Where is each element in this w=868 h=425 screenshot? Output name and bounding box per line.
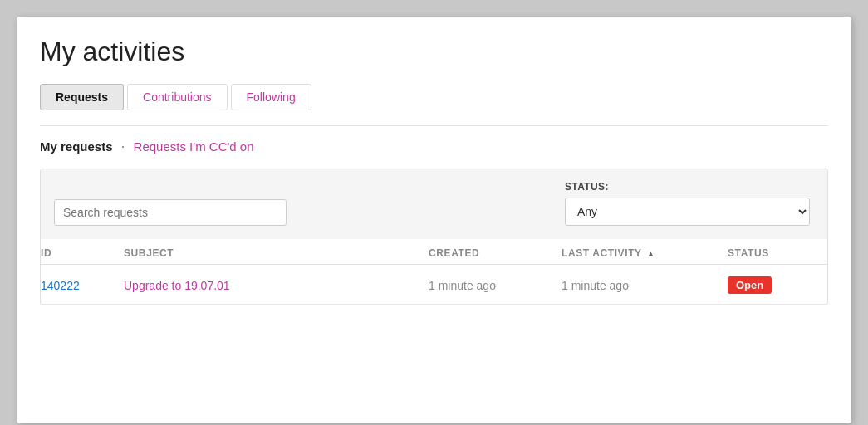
cell-created: 1 minute ago xyxy=(429,279,562,292)
status-badge: Open xyxy=(728,276,772,294)
col-header-created: CREATED xyxy=(429,247,562,259)
cell-last-activity: 1 minute ago xyxy=(562,279,728,292)
status-select[interactable]: Any Open Closed Pending xyxy=(565,198,810,226)
sort-arrow-icon: ▲ xyxy=(646,249,655,258)
sub-nav-ccd-link[interactable]: Requests I'm CC'd on xyxy=(134,139,254,154)
page-title: My activities xyxy=(40,37,828,67)
tab-bar: Requests Contributions Following xyxy=(40,84,828,110)
divider xyxy=(40,125,828,126)
tab-contributions[interactable]: Contributions xyxy=(127,84,228,110)
cell-status: Open xyxy=(728,276,827,294)
filter-container: STATUS: Any Open Closed Pending ID SUBJE… xyxy=(40,169,828,305)
filter-bar: STATUS: Any Open Closed Pending xyxy=(41,169,827,239)
sub-nav-my-requests: My requests xyxy=(40,139,113,154)
col-header-status: STATUS xyxy=(728,247,827,259)
tab-following[interactable]: Following xyxy=(231,84,311,110)
cell-subject[interactable]: Upgrade to 19.07.01 xyxy=(124,279,429,292)
sub-nav: My requests · Requests I'm CC'd on xyxy=(40,138,828,155)
sub-nav-dot: · xyxy=(121,138,125,155)
col-header-id: ID xyxy=(41,247,124,259)
tab-requests[interactable]: Requests xyxy=(40,84,124,110)
table-header: ID SUBJECT CREATED LAST ACTIVITY ▲ STATU… xyxy=(41,239,827,265)
status-label: STATUS: xyxy=(565,181,609,193)
col-header-subject: SUBJECT xyxy=(124,247,429,259)
cell-id[interactable]: 140222 xyxy=(41,279,124,292)
table-row: 140222 Upgrade to 19.07.01 1 minute ago … xyxy=(41,265,827,305)
search-input[interactable] xyxy=(54,199,287,226)
filter-left xyxy=(54,199,565,226)
col-header-last-activity[interactable]: LAST ACTIVITY ▲ xyxy=(562,247,728,259)
filter-right: STATUS: Any Open Closed Pending xyxy=(565,181,814,226)
main-window: My activities Requests Contributions Fol… xyxy=(17,17,851,423)
table-section: ID SUBJECT CREATED LAST ACTIVITY ▲ STATU… xyxy=(41,239,827,305)
